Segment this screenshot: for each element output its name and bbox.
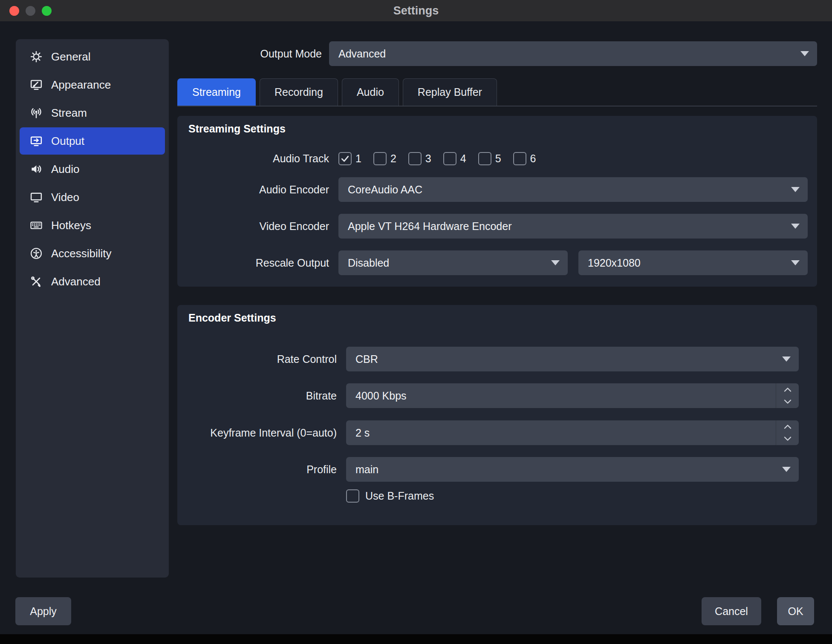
sidebar-item-hotkeys[interactable]: Hotkeys bbox=[20, 212, 165, 239]
audio-track-row: Audio Track 1 2 3 4 bbox=[188, 150, 808, 167]
sidebar-item-output[interactable]: Output bbox=[20, 127, 165, 155]
output-tabs: Streaming Recording Audio Replay Buffer bbox=[177, 78, 817, 106]
audio-track-3-checkbox[interactable] bbox=[408, 152, 422, 165]
sidebar-item-label: Audio bbox=[51, 163, 80, 176]
output-icon bbox=[29, 134, 43, 148]
bitrate-spinner bbox=[776, 383, 799, 408]
audio-track-checkboxes: 1 2 3 4 5 bbox=[338, 152, 536, 165]
sidebar-item-video[interactable]: Video bbox=[20, 184, 165, 211]
bitrate-input[interactable]: 4000 Kbps bbox=[346, 383, 799, 408]
bitrate-label: Bitrate bbox=[188, 390, 337, 402]
rate-control-label: Rate Control bbox=[188, 353, 337, 365]
cancel-button[interactable]: Cancel bbox=[702, 597, 761, 625]
chevron-down-icon bbox=[783, 177, 808, 202]
output-mode-select[interactable]: Advanced bbox=[329, 41, 817, 66]
audio-encoder-select[interactable]: CoreAudio AAC bbox=[338, 177, 808, 202]
chevron-down-icon bbox=[783, 214, 808, 239]
audio-track-5: 5 bbox=[478, 152, 501, 165]
audio-track-6: 6 bbox=[513, 152, 536, 165]
audio-track-1: 1 bbox=[338, 152, 361, 165]
sidebar-item-label: Advanced bbox=[51, 275, 101, 288]
rescale-output-select[interactable]: Disabled bbox=[338, 250, 568, 275]
sidebar-item-audio[interactable]: Audio bbox=[20, 155, 165, 183]
sidebar-item-appearance[interactable]: Appearance bbox=[20, 71, 165, 98]
keyframe-interval-input[interactable]: 2 s bbox=[346, 420, 799, 445]
spin-up-button[interactable] bbox=[776, 383, 799, 396]
apply-button[interactable]: Apply bbox=[15, 597, 71, 625]
encoder-settings-title: Encoder Settings bbox=[188, 312, 276, 324]
sidebar-item-accessibility[interactable]: Accessibility bbox=[20, 240, 165, 267]
traffic-lights bbox=[9, 0, 52, 21]
chevron-down-icon bbox=[774, 347, 799, 371]
keyframe-spinner bbox=[776, 420, 799, 445]
audio-track-3: 3 bbox=[408, 152, 431, 165]
minimize-button[interactable] bbox=[26, 6, 35, 16]
rate-control-select[interactable]: CBR bbox=[346, 347, 799, 371]
output-mode-value: Advanced bbox=[338, 48, 386, 60]
encoder-settings-group: Encoder Settings Rate Control CBR Bitrat… bbox=[177, 305, 817, 525]
sidebar-item-general[interactable]: General bbox=[20, 43, 165, 70]
sidebar: General Appearance bbox=[16, 39, 169, 578]
tools-icon bbox=[29, 275, 43, 288]
rate-control-row: Rate Control CBR bbox=[188, 347, 799, 371]
audio-track-6-checkbox[interactable] bbox=[513, 152, 526, 165]
audio-track-2-checkbox[interactable] bbox=[373, 152, 387, 165]
use-b-frames-checkbox[interactable] bbox=[346, 489, 359, 503]
profile-row: Profile main bbox=[188, 457, 799, 482]
tab-audio[interactable]: Audio bbox=[342, 78, 399, 106]
keyboard-icon bbox=[29, 218, 43, 232]
gear-icon bbox=[29, 50, 43, 63]
chevron-down-icon bbox=[792, 41, 817, 66]
sidebar-item-label: Accessibility bbox=[51, 247, 112, 260]
titlebar: Settings bbox=[0, 0, 832, 21]
audio-track-4: 4 bbox=[443, 152, 466, 165]
rescale-output-label: Rescale Output bbox=[188, 257, 329, 269]
broadcast-icon bbox=[29, 106, 43, 120]
appearance-icon bbox=[29, 78, 43, 92]
bottom-strip bbox=[0, 634, 832, 644]
streaming-settings-title: Streaming Settings bbox=[188, 123, 286, 135]
bitrate-row: Bitrate 4000 Kbps bbox=[188, 383, 799, 408]
video-encoder-label: Video Encoder bbox=[188, 220, 329, 233]
audio-track-5-checkbox[interactable] bbox=[478, 152, 491, 165]
rescale-output-row: Rescale Output Disabled 1920x1080 bbox=[188, 250, 808, 275]
close-button[interactable] bbox=[9, 6, 19, 16]
sidebar-item-label: Appearance bbox=[51, 78, 111, 92]
chevron-down-icon bbox=[783, 250, 808, 275]
sidebar-item-label: Stream bbox=[51, 106, 87, 120]
speaker-icon bbox=[29, 162, 43, 176]
spin-up-button[interactable] bbox=[776, 420, 799, 433]
video-encoder-select[interactable]: Apple VT H264 Hardware Encoder bbox=[338, 214, 808, 239]
sidebar-item-advanced[interactable]: Advanced bbox=[20, 268, 165, 295]
chevron-down-icon bbox=[774, 457, 799, 482]
sidebar-item-label: Hotkeys bbox=[51, 219, 91, 232]
audio-encoder-label: Audio Encoder bbox=[188, 184, 329, 196]
tab-replay-buffer[interactable]: Replay Buffer bbox=[403, 78, 497, 106]
sidebar-item-stream[interactable]: Stream bbox=[20, 99, 165, 126]
audio-encoder-row: Audio Encoder CoreAudio AAC bbox=[188, 177, 808, 202]
settings-window: Settings General bbox=[0, 0, 832, 644]
audio-track-label: Audio Track bbox=[188, 152, 329, 165]
audio-track-1-checkbox[interactable] bbox=[338, 152, 352, 165]
video-encoder-row: Video Encoder Apple VT H264 Hardware Enc… bbox=[188, 214, 808, 239]
sidebar-item-label: Video bbox=[51, 191, 79, 204]
audio-track-4-checkbox[interactable] bbox=[443, 152, 456, 165]
ok-button[interactable]: OK bbox=[777, 597, 814, 625]
profile-select[interactable]: main bbox=[346, 457, 799, 482]
spin-down-button[interactable] bbox=[776, 396, 799, 408]
sidebar-item-label: General bbox=[51, 50, 91, 63]
output-mode-row: Output Mode Advanced bbox=[177, 41, 817, 66]
window-title: Settings bbox=[393, 4, 439, 17]
use-b-frames-label: Use B-Frames bbox=[365, 490, 434, 502]
output-mode-label: Output Mode bbox=[177, 48, 329, 60]
rescale-resolution-select[interactable]: 1920x1080 bbox=[578, 250, 808, 275]
streaming-settings-group: Streaming Settings Audio Track 1 2 3 bbox=[177, 116, 817, 287]
spin-down-button[interactable] bbox=[776, 433, 799, 445]
accessibility-icon bbox=[29, 247, 43, 260]
tab-streaming[interactable]: Streaming bbox=[177, 78, 256, 106]
chevron-down-icon bbox=[543, 250, 568, 275]
monitor-icon bbox=[29, 190, 43, 204]
zoom-button[interactable] bbox=[42, 6, 52, 16]
tab-recording[interactable]: Recording bbox=[260, 78, 338, 106]
keyframe-interval-row: Keyframe Interval (0=auto) 2 s bbox=[188, 420, 799, 445]
